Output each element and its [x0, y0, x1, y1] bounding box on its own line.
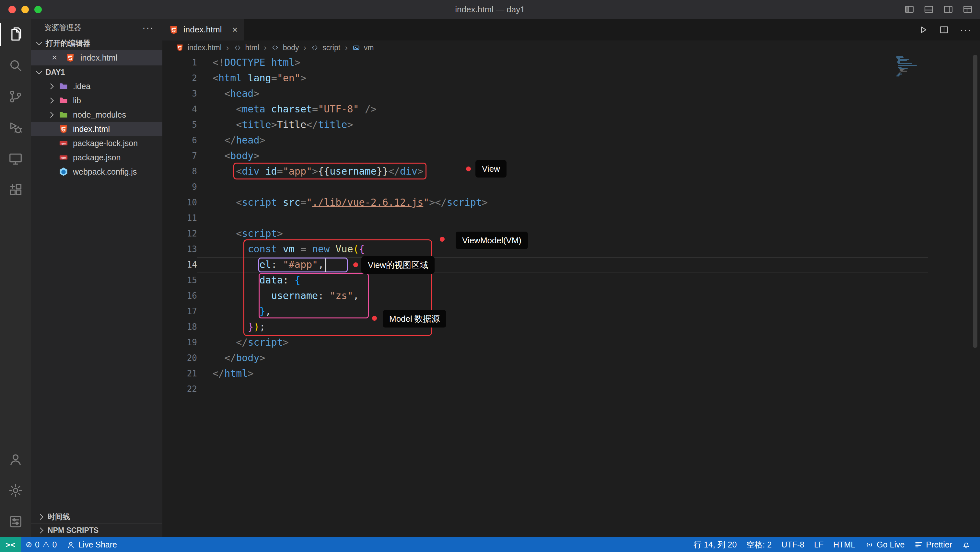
code-line-20[interactable]: 20 </body> [162, 350, 980, 366]
toggle-panel-icon[interactable] [924, 4, 934, 14]
line-number[interactable]: 12 [162, 229, 197, 238]
code-line-22[interactable]: 22 [162, 381, 980, 397]
problems-indicator[interactable]: ⊘ 0 ⚠ 0 [21, 537, 62, 552]
tree-item-package.json[interactable]: npmpackage.json [31, 150, 162, 165]
code-editor[interactable]: 1<!DOCTYPE html>2<html lang="en">3 <head… [162, 55, 980, 537]
npm-scripts-panel-header[interactable]: NPM SCRIPTS [31, 523, 162, 537]
status-lf[interactable]: LF [809, 537, 828, 552]
tune-button[interactable] [0, 506, 31, 537]
code-line-17[interactable]: 17 }, [162, 303, 980, 319]
vertical-scrollbar[interactable] [973, 55, 977, 348]
line-number[interactable]: 8 [162, 167, 197, 176]
breadcrumb-item[interactable]: script [323, 43, 340, 52]
code-line-10[interactable]: 10 <script src="./lib/vue-2.6.12.js"></s… [162, 195, 980, 210]
remote-indicator[interactable]: >< [0, 537, 21, 552]
timeline-panel-header[interactable]: 时间线 [31, 510, 162, 523]
line-number[interactable]: 22 [162, 384, 197, 394]
line-number[interactable]: 11 [162, 213, 197, 223]
line-number[interactable]: 10 [162, 198, 197, 207]
code-line-4[interactable]: 4 <meta charset="UTF-8" /> [162, 102, 980, 117]
line-number[interactable]: 2 [162, 73, 197, 83]
line-number[interactable]: 13 [162, 244, 197, 254]
code-line-14[interactable]: 14 el: "#app", [162, 257, 980, 273]
code-line-21[interactable]: 21</html> [162, 366, 980, 381]
open-editors-header[interactable]: 打开的编辑器 [31, 36, 162, 50]
line-number[interactable]: 15 [162, 275, 197, 285]
minimap[interactable] [896, 56, 935, 78]
breadcrumb-item[interactable]: index.html [188, 43, 222, 52]
settings-button[interactable] [0, 475, 31, 506]
line-number[interactable]: 9 [162, 182, 197, 192]
code-line-3[interactable]: 3 <head> [162, 86, 980, 102]
line-number[interactable]: 6 [162, 135, 197, 145]
code-line-1[interactable]: 1<!DOCTYPE html> [162, 55, 980, 70]
toggle-sidebar-icon[interactable] [904, 4, 915, 14]
line-number[interactable]: 14 [162, 260, 197, 270]
tree-item-lib[interactable]: lib [31, 93, 162, 108]
live-share-button[interactable]: Live Share [62, 537, 122, 552]
code-line-8[interactable]: 8 <div id="app">{{username}}</div> [162, 163, 980, 179]
status-空格-2[interactable]: 空格: 2 [741, 537, 776, 552]
zoom-window-button[interactable] [34, 6, 42, 13]
code-line-9[interactable]: 9 [162, 179, 980, 195]
tree-item-webpack.config.js[interactable]: webpack.config.js [31, 165, 162, 179]
toggle-secondary-sidebar-icon[interactable] [943, 4, 953, 14]
breadcrumb-item[interactable]: html [245, 43, 259, 52]
remote-explorer-tab[interactable] [0, 143, 31, 174]
accounts-button[interactable] [0, 444, 31, 475]
close-window-button[interactable] [8, 6, 16, 13]
breadcrumb-item[interactable]: vm [364, 43, 374, 52]
code-line-11[interactable]: 11 [162, 210, 980, 226]
status-go-live[interactable]: Go Live [860, 537, 909, 552]
search-tab[interactable] [0, 50, 31, 81]
code-line-18[interactable]: 18 }); [162, 319, 980, 335]
line-number[interactable]: 16 [162, 291, 197, 301]
tree-item-.idea[interactable]: .idea [31, 79, 162, 93]
sidebar-more-icon[interactable]: ··· [142, 22, 154, 33]
code-line-7[interactable]: 7 <body> [162, 148, 980, 163]
tree-item-package-lock.json[interactable]: npmpackage-lock.json [31, 136, 162, 150]
line-number[interactable]: 17 [162, 306, 197, 316]
code-line-6[interactable]: 6 </head> [162, 133, 980, 148]
line-number[interactable]: 19 [162, 338, 197, 347]
run-file-icon[interactable] [918, 25, 928, 35]
error-count: 0 [35, 540, 40, 549]
tab-index-html[interactable]: index.html × [162, 19, 244, 41]
tree-item-node_modules[interactable]: node_modules [31, 108, 162, 122]
tree-item-index.html[interactable]: index.html [31, 122, 162, 136]
tab-label: index.html [183, 25, 222, 35]
status-prettier[interactable]: Prettier [909, 537, 957, 552]
extensions-tab[interactable] [0, 174, 31, 205]
line-number[interactable]: 5 [162, 120, 197, 130]
status-html[interactable]: HTML [828, 537, 860, 552]
line-number[interactable]: 4 [162, 104, 197, 114]
open-editor-item[interactable]: × index.html [31, 50, 162, 65]
close-editor-icon[interactable]: × [52, 52, 60, 63]
line-number[interactable]: 7 [162, 151, 197, 161]
status-行-14-列-20[interactable]: 行 14, 列 20 [689, 537, 741, 552]
source-control-tab[interactable] [0, 81, 31, 112]
line-number[interactable]: 18 [162, 322, 197, 332]
code-line-2[interactable]: 2<html lang="en"> [162, 70, 980, 86]
split-editor-icon[interactable] [939, 25, 949, 35]
code-line-13[interactable]: 13 const vm = new Vue({ [162, 241, 980, 257]
explorer-tab[interactable] [0, 19, 31, 50]
line-number[interactable]: 21 [162, 369, 197, 378]
code-line-16[interactable]: 16 username: "zs", [162, 288, 980, 303]
breadcrumb-item[interactable]: body [283, 43, 299, 52]
code-line-19[interactable]: 19 </script> [162, 335, 980, 350]
code-line-15[interactable]: 15 data: { [162, 273, 980, 288]
line-number[interactable]: 3 [162, 89, 197, 98]
minimize-window-button[interactable] [21, 6, 29, 13]
line-number[interactable]: 20 [162, 353, 197, 363]
code-line-12[interactable]: 12 <script> [162, 226, 980, 241]
run-debug-tab[interactable] [0, 112, 31, 143]
tab-close-icon[interactable]: × [232, 25, 237, 35]
customize-layout-icon[interactable] [963, 4, 973, 14]
status-bell[interactable] [957, 537, 975, 552]
more-actions-icon[interactable]: ··· [960, 24, 972, 35]
status-utf-8[interactable]: UTF-8 [776, 537, 809, 552]
line-number[interactable]: 1 [162, 58, 197, 67]
folder-header-day1[interactable]: DAY1 [31, 65, 162, 79]
code-line-5[interactable]: 5 <title>Title</title> [162, 117, 980, 133]
